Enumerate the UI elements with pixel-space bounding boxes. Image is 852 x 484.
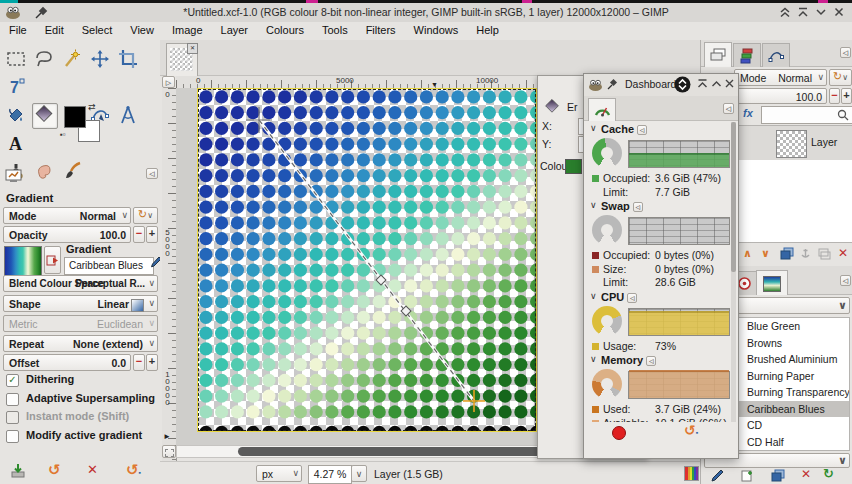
expander-icon[interactable]: ∨ [590, 291, 597, 301]
quick-mask-toggle[interactable] [162, 445, 176, 458]
delete-gradient-button[interactable]: ✕ [801, 467, 811, 481]
section-menu-icon[interactable]: ◁ [633, 202, 643, 212]
gradient-name-field[interactable]: Caribbean Blues [64, 257, 154, 275]
new-gradient-button[interactable] [741, 469, 754, 482]
duplicate-gradient-button[interactable] [771, 469, 785, 482]
tool-handle-transform[interactable]: 7 [4, 75, 30, 101]
menu-item-view[interactable]: View [121, 22, 163, 36]
lower-layer-button[interactable]: ∨ [761, 247, 770, 260]
tool-rectangle-select[interactable] [4, 47, 30, 73]
tool-paintbrush[interactable] [60, 159, 86, 185]
ruler-corner-menu-button[interactable]: ▷ [162, 76, 175, 88]
offset-increase-button[interactable]: + [146, 354, 158, 371]
dashboard-menu-icon[interactable]: ◁ [723, 103, 734, 114]
raise-layer-button[interactable]: ∧ [743, 247, 752, 260]
opacity-increase-button[interactable]: + [146, 226, 158, 243]
checkbox-modify-active-gradient[interactable]: Modify active gradient [4, 429, 156, 443]
repeat-dropdown[interactable]: Repeat None (extend) ∨ [3, 335, 158, 352]
layers-dock-menu-icon[interactable]: ◁ [840, 47, 851, 58]
tool-bucket-fill[interactable] [4, 103, 30, 129]
mode-dropdown[interactable]: Mode Normal ∨ [3, 207, 131, 224]
tab-paths[interactable] [762, 43, 790, 67]
record-log-button[interactable] [612, 426, 626, 440]
menu-item-edit[interactable]: Edit [36, 22, 73, 36]
section-menu-icon[interactable]: ◁ [637, 125, 647, 135]
delete-layer-button[interactable]: ✕ [838, 246, 848, 260]
dashboard-scrollbar[interactable] [731, 122, 736, 422]
expander-icon[interactable]: ∨ [590, 123, 597, 133]
edit-gradient-button[interactable] [711, 469, 724, 482]
checkbox-adaptive-supersampling[interactable]: Adaptive Supersampling [4, 392, 156, 406]
offset-slider[interactable]: Offset 0.0 [3, 354, 131, 371]
tool-crop[interactable] [116, 47, 142, 73]
layer-opacity-decrease-button[interactable]: − [829, 88, 840, 104]
layer-row[interactable]: Layer [735, 126, 852, 160]
menu-item-help[interactable]: Help [467, 22, 508, 36]
tab-gradients[interactable] [756, 270, 788, 295]
layer-search-input[interactable] [761, 106, 852, 124]
colors-icon[interactable] [684, 466, 699, 481]
zoom-level-field[interactable]: 4.27 % [308, 465, 352, 484]
tab-dashboard[interactable] [588, 98, 616, 121]
mode-switch-button[interactable]: ↻∨ [133, 207, 158, 224]
save-tool-preset-button[interactable] [10, 463, 26, 478]
layer-mode-dropdown[interactable]: Mode Normal ∨ [734, 69, 827, 86]
gradient-preview-swatch[interactable] [4, 246, 42, 276]
duplicate-layer-button[interactable] [780, 247, 794, 260]
tool-measure[interactable] [116, 103, 142, 129]
opacity-slider[interactable]: Opacity 100.0 [3, 226, 131, 243]
menu-item-windows[interactable]: Windows [405, 22, 468, 36]
flip-gradient-button[interactable] [44, 246, 61, 274]
section-menu-icon[interactable]: ◁ [646, 356, 656, 366]
shade-window-button[interactable] [778, 5, 794, 20]
foreground-color-swatch[interactable] [64, 106, 86, 128]
canvas-image[interactable] [197, 88, 537, 432]
menu-item-colours[interactable]: Colours [257, 22, 313, 36]
default-colors-icon[interactable]: ▪▫ [60, 130, 66, 139]
vertical-ruler[interactable]: 0500010000 [162, 88, 177, 480]
menu-item-file[interactable]: File [0, 22, 36, 36]
anchor-layer-button[interactable] [799, 247, 812, 260]
image-tab[interactable]: ✕ [166, 43, 198, 76]
menu-item-tools[interactable]: Tools [313, 22, 357, 36]
display-icon[interactable] [5, 168, 23, 184]
fx-icon[interactable]: fx [743, 107, 753, 119]
expander-icon[interactable]: ∨ [590, 200, 597, 210]
reset-tool-options-button[interactable]: ↺▪ [126, 461, 141, 479]
auto-follow-icon[interactable] [674, 76, 691, 93]
menu-item-image[interactable]: Image [163, 22, 212, 36]
delete-tool-preset-button[interactable]: ✕ [87, 462, 98, 477]
close-window-button[interactable] [832, 5, 848, 20]
blend-colour-space-dropdown[interactable]: Blend Colour Space Perceptual R... ∨ [3, 275, 158, 292]
layer-opacity-slider[interactable]: 100.0 [734, 88, 827, 104]
detach-dialog-icon[interactable] [696, 77, 709, 90]
checkbox-dithering[interactable]: ✓Dithering [4, 373, 156, 387]
pin-icon[interactable] [606, 78, 619, 91]
menu-item-select[interactable]: Select [73, 22, 122, 36]
dashboard-titlebar[interactable]: Dashboard [584, 74, 738, 97]
maximize-window-button[interactable] [796, 5, 812, 20]
menu-item-layer[interactable]: Layer [212, 22, 258, 36]
tool-free-select[interactable] [32, 47, 58, 73]
zoom-dropdown-button[interactable]: ∨ [351, 465, 367, 482]
refresh-gradients-button[interactable]: ↻ [823, 466, 834, 481]
opacity-decrease-button[interactable]: − [133, 226, 145, 243]
gradients-dock-menu-icon[interactable]: ◁ [840, 275, 851, 286]
layer-opacity-increase-button[interactable]: + [841, 88, 852, 104]
shape-dropdown[interactable]: Shape Linear ∨ [3, 295, 158, 312]
unit-dropdown[interactable]: px ∨ [256, 465, 302, 482]
close-dialog-icon[interactable] [723, 77, 736, 90]
tool-options-menu-icon[interactable]: ◁ [146, 168, 158, 179]
close-image-tab-icon[interactable]: ✕ [187, 43, 198, 54]
merge-layer-button[interactable] [817, 247, 831, 260]
gradient-tool-line-overlay[interactable] [198, 89, 536, 431]
tab-channels[interactable] [733, 43, 761, 67]
reset-dashboard-button[interactable]: ↺▪ [684, 422, 698, 438]
restore-tool-preset-button[interactable]: ↺ [48, 461, 61, 479]
menu-item-filters[interactable]: Filters [357, 22, 405, 36]
tool-gradient[interactable] [32, 103, 58, 129]
layer-mode-switch-button[interactable]: ↻∨ [829, 69, 852, 86]
tool-fuzzy-select[interactable] [60, 47, 86, 73]
collapse-dialog-icon[interactable] [710, 77, 723, 90]
tool-smudge[interactable] [32, 159, 58, 185]
